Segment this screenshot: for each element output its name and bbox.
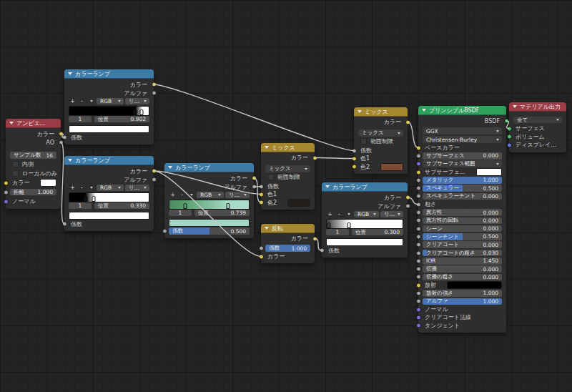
color-mode-dropdown[interactable]: RGB [197,192,224,199]
collapse-triangle-icon[interactable] [168,166,172,169]
color-swatch[interactable] [40,179,56,187]
input-socket[interactable] [507,126,512,131]
input-socket[interactable] [416,186,421,191]
ramp-menu-button[interactable] [87,100,95,102]
ramp-menu-button[interactable] [187,194,195,196]
slider[interactable]: 係数1.000 [265,245,310,252]
color-swatch[interactable] [287,199,310,207]
remove-stop-button[interactable]: - [178,192,186,198]
input-socket[interactable] [416,267,421,272]
dropdown-サブサーフェス範囲[interactable]: サブサーフェス範囲 [423,160,502,167]
stop-index-field[interactable]: 1 [69,116,92,123]
node-mix2[interactable]: ミックスカラーミックス範囲制限係数色1色2 [354,107,408,174]
value-field[interactable]: 距離1.000 [10,189,56,196]
input-socket[interactable] [259,200,264,205]
ramp-handle[interactable] [184,203,187,209]
input-socket[interactable] [4,180,9,185]
input-socket[interactable] [162,229,167,234]
position-field[interactable]: 位置0.300 [352,229,403,236]
interpolation-dropdown[interactable]: リニア [125,185,149,192]
node-ramp3[interactable]: カラーランプカラーアルファ+-RGBリニア1位置0.739係数0.500 [164,163,254,238]
output-socket[interactable] [312,236,317,241]
node-header[interactable]: ミックス [261,143,315,152]
position-field[interactable]: 位置0.330 [94,202,149,210]
add-stop-button[interactable]: + [326,211,334,217]
slider[interactable]: メタリック1.000 [423,177,502,184]
collapse-triangle-icon[interactable] [513,105,517,108]
input-socket[interactable] [352,148,357,153]
input-socket[interactable] [416,194,421,199]
add-stop-button[interactable]: + [169,192,177,198]
output-socket[interactable] [152,177,157,182]
node-header[interactable]: カラーランプ [64,69,154,79]
slider[interactable]: 異方性0.000 [423,209,502,216]
color-mode-dropdown[interactable]: RGB [97,98,124,105]
input-socket[interactable] [416,210,421,215]
position-field[interactable]: 位置0.902 [94,116,149,123]
node-header[interactable]: カラーランプ [64,156,154,165]
remove-stop-button[interactable]: - [335,211,343,217]
node-header[interactable]: カラーランプ [322,182,408,192]
collapse-triangle-icon[interactable] [265,146,269,149]
slider[interactable]: 伝播の粗さ0.000 [423,274,502,281]
input-socket[interactable] [416,202,421,207]
input-socket[interactable] [416,177,421,182]
color-mode-dropdown[interactable]: RGB [354,211,379,218]
input-socket[interactable] [416,283,421,288]
input-socket[interactable] [62,135,67,140]
node-header[interactable]: マテリアル出力 [509,102,566,112]
input-socket[interactable] [416,323,421,328]
add-stop-button[interactable]: + [69,98,77,104]
input-socket[interactable] [416,275,421,280]
output-socket[interactable] [152,91,157,96]
node-ramp2[interactable]: カラーランプカラーアルファ+-RGBリニア1位置0.330係数 [64,156,154,231]
color-swatch[interactable] [380,163,403,171]
input-socket[interactable] [259,192,264,197]
input-socket[interactable] [416,258,421,263]
color-swatch[interactable] [476,168,502,176]
node-editor-canvas[interactable]: アンビエ...カラーAOサンプル数16内側ローカルのみカラー距離1.000ノーマ… [0,0,572,392]
input-socket[interactable] [320,248,325,253]
slider[interactable]: クリアコートの粗さ0.030 [423,250,502,257]
node-header[interactable]: プリンシプルBSDF [418,106,506,115]
value-field[interactable]: サンプル数16 [10,152,56,159]
output-socket[interactable] [252,185,257,190]
input-socket[interactable] [416,218,421,223]
input-socket[interactable] [507,142,512,147]
node-mix1[interactable]: ミックスカラーミックス範囲制限係数色1色2 [261,143,315,210]
color-swatch[interactable] [69,212,149,220]
ramp-handle[interactable] [84,196,88,202]
ramp-gradient[interactable] [69,192,149,202]
node-ramp4[interactable]: カラーランプカラーアルファ+-RGBリニア1位置0.300係数 [322,182,408,258]
collapse-triangle-icon[interactable] [325,185,330,188]
input-socket[interactable] [352,156,357,161]
input-socket[interactable] [416,162,421,167]
node-header[interactable]: アンビエ... [6,119,61,128]
slider[interactable]: シーン0.000 [423,225,502,232]
input-socket[interactable] [352,165,357,170]
slider[interactable]: IOR1.450 [423,258,502,265]
slider[interactable]: 放射の強さ1.000 [423,290,502,297]
ramp-handle[interactable] [92,196,96,202]
color-swatch[interactable] [447,281,502,289]
ramp-handle[interactable] [134,109,137,115]
ramp-gradient[interactable] [326,219,403,229]
slider[interactable]: 伝播0.000 [423,265,502,273]
input-socket[interactable] [62,222,67,227]
slider[interactable]: スペキュラー0.500 [423,185,502,192]
slider[interactable]: アルファ1.000 [423,298,502,305]
collapse-triangle-icon[interactable] [422,109,426,112]
interpolation-dropdown[interactable]: リニア [380,211,403,218]
output-socket[interactable] [252,176,257,181]
input-socket[interactable] [259,254,264,259]
node-header[interactable]: カラーランプ [164,163,254,172]
input-socket[interactable] [416,170,421,175]
node-header[interactable]: ミックス [354,107,408,117]
ramp-handle[interactable] [227,203,230,209]
input-socket[interactable] [416,299,421,304]
output-socket[interactable] [405,204,410,209]
input-socket[interactable] [416,315,421,320]
input-socket[interactable] [259,246,264,251]
ramp-gradient[interactable] [69,106,149,116]
color-swatch[interactable] [69,125,149,133]
